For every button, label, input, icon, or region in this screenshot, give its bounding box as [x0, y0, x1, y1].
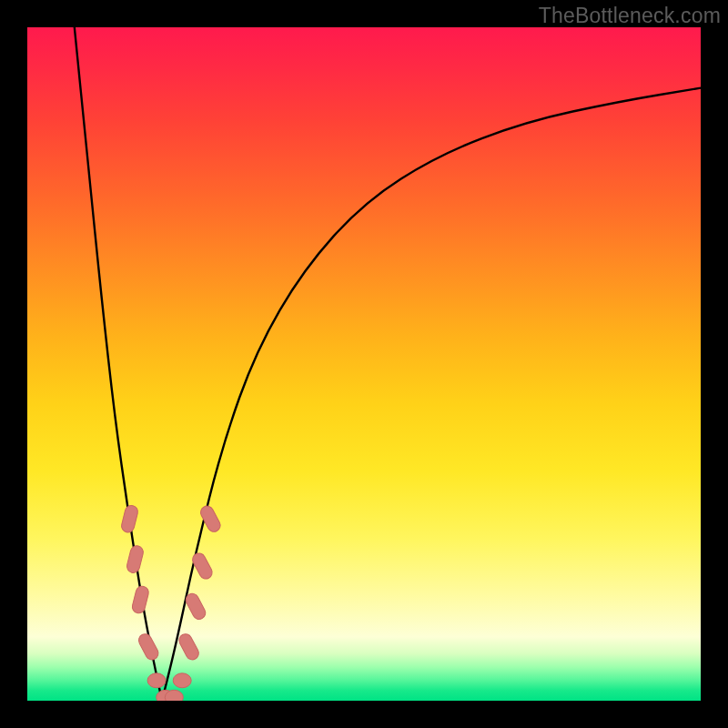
watermark-text: TheBottleneck.com — [539, 4, 721, 28]
marker-layer — [120, 504, 222, 701]
data-marker — [131, 585, 150, 614]
data-marker — [126, 544, 145, 573]
data-marker — [136, 632, 160, 662]
plot-area — [27, 27, 701, 701]
curve-layer — [27, 27, 701, 701]
left-branch-curve — [75, 27, 162, 701]
data-marker — [120, 504, 139, 533]
data-marker — [165, 690, 183, 701]
chart-frame: TheBottleneck.com — [0, 0, 728, 728]
data-marker — [184, 592, 207, 622]
data-marker — [173, 673, 191, 688]
data-marker — [177, 632, 200, 662]
right-branch-curve — [162, 88, 701, 701]
data-marker — [147, 673, 166, 688]
